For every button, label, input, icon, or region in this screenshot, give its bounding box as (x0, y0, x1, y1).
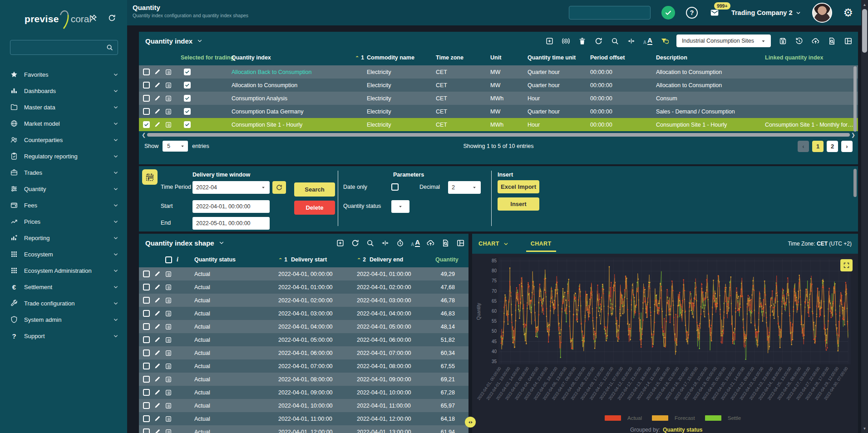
col-quantity-status[interactable]: Quantity status (194, 256, 278, 263)
date-picker-toggle-button[interactable] (142, 169, 158, 185)
start-input[interactable]: 2022-04-01, 00:00:00 (192, 200, 270, 213)
index-history-button[interactable] (795, 37, 804, 45)
page-button-2[interactable]: 2 (827, 141, 838, 152)
row-checkbox[interactable] (143, 389, 150, 396)
status-ok-button[interactable] (661, 6, 675, 20)
row-details-button[interactable] (165, 363, 172, 370)
sidebar-item-reporting[interactable]: Reporting (0, 230, 127, 246)
row-checkbox[interactable] (143, 121, 150, 128)
row-details-button[interactable] (165, 271, 172, 278)
row-checkbox[interactable] (143, 95, 150, 102)
row-checkbox[interactable] (143, 363, 150, 369)
index-add-button[interactable] (545, 37, 554, 45)
row-checkbox[interactable] (143, 284, 150, 290)
col-commodity-name[interactable]: Commodity name (367, 54, 436, 61)
col-quantity-time-unit[interactable]: Quantity time unit (528, 54, 590, 61)
index-font-size-button[interactable]: AA (643, 37, 652, 45)
table-row[interactable]: Consumption AnalysisElectricityCETMWhHou… (139, 92, 858, 105)
scroll-up-icon[interactable]: ▲ (861, 1, 868, 8)
company-menu[interactable]: Trading Company 2 (731, 9, 802, 16)
scroll-right-icon[interactable]: ❯ (851, 132, 855, 138)
index-layout-button[interactable] (844, 37, 853, 45)
table-row[interactable]: Actual2022-04-01, 07:00:002022-04-01, 08… (139, 359, 469, 373)
index-hscrollbar[interactable]: ❮ ❯ (142, 133, 855, 137)
shape-font-size-button[interactable]: AA (411, 239, 420, 247)
table-row[interactable]: Consumption Data GermanyElectricityCETMW… (139, 105, 858, 118)
table-row[interactable]: Actual2022-04-01, 11:00:002022-04-01, 12… (139, 412, 469, 425)
sidebar-item-market-model[interactable]: Market model (0, 115, 127, 132)
row-details-button[interactable] (165, 323, 172, 330)
page-size-select[interactable]: 5 (163, 141, 188, 152)
quantity-status-select[interactable] (391, 200, 409, 213)
row-checkbox[interactable] (143, 82, 150, 89)
table-row[interactable]: Actual2022-04-01, 03:00:002022-04-01, 04… (139, 307, 469, 320)
shape-cloudup-button[interactable] (426, 239, 435, 247)
edit-row-button[interactable] (154, 69, 161, 75)
settings-button[interactable]: ⚙ (843, 7, 853, 18)
edit-row-button[interactable] (154, 284, 161, 290)
row-details-button[interactable] (165, 297, 172, 304)
sidebar-item-trades[interactable]: Trades (0, 164, 127, 181)
edit-row-button[interactable] (154, 363, 161, 369)
index-trash-button[interactable] (578, 37, 587, 45)
page-scrollbar[interactable]: ▲ ▼ (861, 0, 868, 433)
col-quantity[interactable]: Quantity (435, 256, 469, 263)
row-details-button[interactable] (165, 108, 172, 115)
sidebar-item-prices[interactable]: Prices (0, 213, 127, 230)
edit-row-button[interactable] (154, 376, 161, 383)
index-save-button[interactable] (779, 37, 787, 45)
chart-type-select[interactable]: CHART (478, 241, 509, 247)
edit-row-button[interactable] (154, 121, 161, 128)
selected-for-trading-checkbox[interactable] (184, 69, 191, 75)
sidebar-item-ecosystem[interactable]: Ecosystem (0, 246, 127, 262)
row-details-button[interactable] (165, 69, 172, 76)
row-checkbox[interactable] (143, 69, 150, 75)
shape-timer-button[interactable] (396, 239, 404, 247)
edit-row-button[interactable] (154, 108, 161, 115)
index-cloudup-button[interactable] (811, 37, 820, 45)
table-row[interactable]: Actual2022-04-01, 12:00:002022-04-01, 13… (139, 425, 469, 433)
row-details-button[interactable] (165, 389, 172, 396)
edit-row-button[interactable] (154, 336, 161, 343)
global-search-input[interactable] (569, 10, 657, 16)
row-checkbox[interactable] (143, 415, 150, 422)
cell-name[interactable]: Allocation Back to Consumption (232, 69, 367, 75)
filter-vscrollbar[interactable] (853, 169, 857, 197)
sidebar-item-regulatory-reporting[interactable]: Regulatory reporting (0, 148, 127, 164)
table-row[interactable]: Allocation to ConsumptionElectricityCETM… (139, 79, 858, 92)
shape-title[interactable]: Quantity index shape (145, 239, 225, 247)
sidebar-search-input[interactable] (10, 44, 106, 51)
row-checkbox[interactable] (143, 376, 150, 383)
row-checkbox[interactable] (143, 297, 150, 304)
excel-import-button[interactable]: Excel Import (498, 180, 539, 193)
index-search-button[interactable] (611, 37, 619, 45)
shape-add-button[interactable] (336, 239, 345, 247)
table-row[interactable]: Actual2022-04-01, 00:00:002022-04-01, 01… (139, 267, 469, 280)
sidebar-item-counterparties[interactable]: Counterparties (0, 132, 127, 148)
row-checkbox[interactable] (143, 349, 150, 356)
edit-row-button[interactable] (154, 271, 161, 277)
sidebar-item-fees[interactable]: Fees (0, 197, 127, 213)
shape-search-button[interactable] (366, 239, 375, 247)
index-collapse-button[interactable] (627, 37, 636, 45)
sidebar-item-system-admin[interactable]: System admin (0, 311, 127, 328)
col-quantity-index[interactable]: Quantity index ⌃1 (232, 54, 367, 61)
views-select[interactable]: Industrial Consumption Sites (676, 34, 771, 47)
edit-row-button[interactable] (154, 402, 161, 409)
row-details-button[interactable] (165, 121, 172, 128)
table-row[interactable]: Actual2022-04-01, 01:00:002022-04-01, 02… (139, 280, 469, 294)
sidebar-item-quantity[interactable]: Quantity (0, 181, 127, 197)
panel-splitter-handle[interactable] (465, 417, 476, 428)
col-linked-quantity-index[interactable]: Linked quantity index (765, 54, 858, 61)
table-row[interactable]: Actual2022-04-01, 08:00:002022-04-01, 09… (139, 373, 469, 386)
row-details-button[interactable] (165, 310, 172, 317)
row-details-button[interactable] (165, 284, 172, 291)
row-checkbox[interactable] (143, 402, 150, 409)
table-row[interactable]: Actual2022-04-01, 05:00:002022-04-01, 06… (139, 333, 469, 346)
select-all-checkbox[interactable] (165, 256, 172, 263)
end-input[interactable]: 2022-05-01, 00:00:00 (192, 217, 270, 230)
edit-row-button[interactable] (154, 95, 161, 102)
table-row[interactable]: Consumption Site 1 - HourlyElectricityCE… (139, 118, 858, 131)
sidebar-item-ecosystem-administration[interactable]: Ecosystem Administration (0, 262, 127, 279)
time-period-select[interactable]: 2022-04 (192, 181, 270, 194)
